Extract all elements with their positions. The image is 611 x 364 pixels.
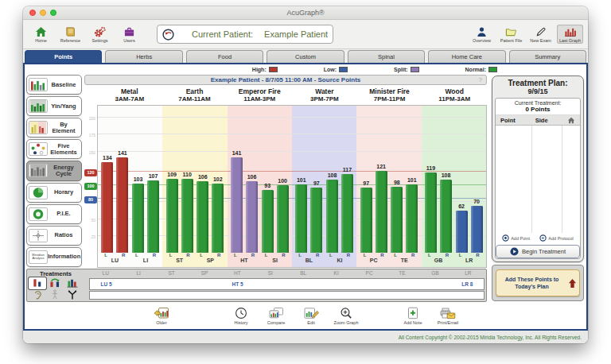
bar-rect[interactable]	[212, 184, 224, 253]
bar-ht-left[interactable]: 141	[231, 150, 243, 253]
tab-spinal[interactable]: Spinal	[348, 50, 425, 63]
treatment-cell	[221, 292, 254, 299]
bar-value: 101	[297, 177, 306, 184]
bar-te-left[interactable]: 98	[391, 180, 403, 253]
tab-summary[interactable]: Summary	[509, 50, 586, 63]
bar-lr-left[interactable]: 62	[456, 203, 468, 253]
bar-rect[interactable]	[440, 180, 452, 253]
bar-st-left[interactable]: 109	[166, 172, 178, 253]
add-protocol-button[interactable]: Add Protocol	[539, 234, 574, 242]
toolbar-patient-file-button[interactable]: Patient File	[498, 25, 524, 44]
add-note-button[interactable]: Add Note	[395, 307, 430, 325]
sidebar-item-baseline[interactable]: Baseline	[26, 75, 82, 95]
bar-gb-left[interactable]: 119	[425, 165, 437, 253]
bar-sp-right[interactable]: 102	[212, 176, 224, 253]
zoom-graph-button[interactable]: Zoom Graph	[329, 307, 364, 325]
tab-herbs[interactable]: Herbs	[105, 50, 182, 63]
edit-button[interactable]: Edit	[294, 307, 329, 325]
sidebar-item-horary[interactable]: Horary	[26, 183, 82, 203]
bar-bl-left[interactable]: 101	[295, 177, 307, 253]
bar-rect[interactable]	[326, 180, 338, 253]
history-button[interactable]: History	[224, 307, 259, 325]
toolbar-overview-button[interactable]: Overview	[469, 25, 495, 44]
toolbar-last-graph-button[interactable]: Last Graph	[557, 25, 583, 44]
toolbar-new-exam-button[interactable]: New Exam	[527, 25, 554, 44]
history-icon	[233, 307, 249, 320]
bar-rect[interactable]	[181, 179, 193, 254]
toolbar-home-button[interactable]: Home	[28, 25, 54, 44]
bar-te-right[interactable]: 101	[406, 177, 418, 253]
bar-rect[interactable]	[456, 211, 468, 253]
bar-rect[interactable]	[101, 162, 113, 253]
zoom-graph-label: Zoom Graph	[334, 320, 359, 325]
sidebar-item-information[interactable]: Meridian AnalysisInformation	[26, 247, 82, 267]
bar-rect[interactable]	[406, 184, 418, 253]
bar-li-left[interactable]: 103	[132, 176, 144, 254]
bar-lr-right[interactable]: 70	[471, 199, 483, 254]
treatment-mode-branch-button[interactable]	[64, 289, 81, 301]
bar-si-right[interactable]: 100	[277, 178, 289, 253]
bar-rect[interactable]	[277, 185, 289, 253]
element-time: 11AM-3PM	[227, 95, 292, 103]
bar-rect[interactable]	[166, 179, 178, 253]
bar-pc-left[interactable]: 97	[360, 180, 372, 254]
treatment-row[interactable]: LU 5HT 5LR 8	[89, 278, 485, 290]
sidebar-item-ratios[interactable]: Ratios	[26, 226, 82, 246]
bar-rect[interactable]	[197, 181, 208, 253]
bar-rect[interactable]	[391, 187, 403, 253]
bar-ki-left[interactable]: 108	[326, 172, 338, 253]
bar-rect[interactable]	[231, 157, 243, 253]
bar-ki-right[interactable]: 117	[341, 167, 353, 254]
bar-sp-left[interactable]: 106	[197, 174, 208, 253]
begin-treatment-button[interactable]: Begin Treatment	[496, 245, 580, 258]
bar-rect[interactable]	[341, 174, 353, 254]
bar-rect[interactable]	[262, 190, 274, 253]
switch-patient-icon[interactable]	[162, 29, 174, 41]
bar-rect[interactable]	[132, 184, 144, 254]
bar-gb-right[interactable]: 108	[440, 172, 452, 253]
sidebar-item-yin-yang[interactable]: Yin/Yang	[26, 96, 82, 116]
bar-pc-right[interactable]: 121	[376, 164, 387, 253]
add-point-button[interactable]: Add Point	[502, 234, 530, 242]
compare-button[interactable]: Compare	[259, 307, 294, 325]
tab-home-care[interactable]: Home Care	[428, 50, 505, 63]
tab-points[interactable]: Points	[25, 50, 102, 63]
bar-rect[interactable]	[295, 184, 307, 253]
bar-rect[interactable]	[376, 171, 387, 253]
meridian-code: KI	[337, 258, 342, 264]
bar-rect[interactable]	[471, 206, 483, 254]
bar-rect[interactable]	[116, 157, 128, 253]
add-these-points-button[interactable]: Add These Points to Today's Plan	[496, 269, 580, 296]
bar-value: 121	[376, 164, 386, 170]
bar-li-right[interactable]: 107	[147, 173, 159, 253]
tab-custom[interactable]: Custom	[267, 50, 344, 63]
bar-rect[interactable]	[246, 181, 258, 253]
treatment-mode-body-button[interactable]	[46, 289, 64, 301]
bar-rect[interactable]	[147, 180, 159, 253]
older-button[interactable]: Older	[144, 307, 179, 325]
bar-rect[interactable]	[310, 188, 322, 254]
sidebar-item-five-elements[interactable]: Five Elements	[26, 139, 82, 159]
bar-rect[interactable]	[360, 188, 372, 254]
sidebar-item-p-i-e-[interactable]: P.I.E.	[26, 204, 82, 224]
current-patient-box[interactable]: Current Patient: Example Patient	[157, 25, 333, 44]
print-email-button[interactable]: Print/Email	[430, 307, 465, 325]
bar-rect[interactable]	[425, 172, 437, 253]
toolbar-reference-button[interactable]: Reference	[57, 25, 84, 44]
sidebar-item-energy-cycle[interactable]: Energy Cycle	[26, 161, 82, 180]
toolbar-settings-button[interactable]: Settings	[87, 25, 113, 44]
treatment-row[interactable]	[89, 291, 485, 300]
bar-st-right[interactable]: 110	[181, 172, 193, 254]
toolbar-users-button[interactable]: Users	[116, 25, 142, 44]
bar-ht-right[interactable]: 106	[246, 174, 258, 253]
bar-lu-left[interactable]: 134	[101, 155, 113, 253]
treatment-mode-ear-button[interactable]	[29, 289, 46, 301]
bar-si-left[interactable]: 93	[262, 183, 274, 253]
sidebar-item-by-element[interactable]: By Element	[26, 118, 82, 137]
threshold-badge-100: 100	[84, 183, 97, 190]
help-icon[interactable]: ?	[479, 76, 482, 83]
home-treatment-icon[interactable]	[562, 117, 580, 124]
bar-lu-right[interactable]: 141	[116, 150, 128, 253]
bar-bl-right[interactable]: 97	[310, 180, 322, 254]
tab-food[interactable]: Food	[186, 50, 263, 63]
